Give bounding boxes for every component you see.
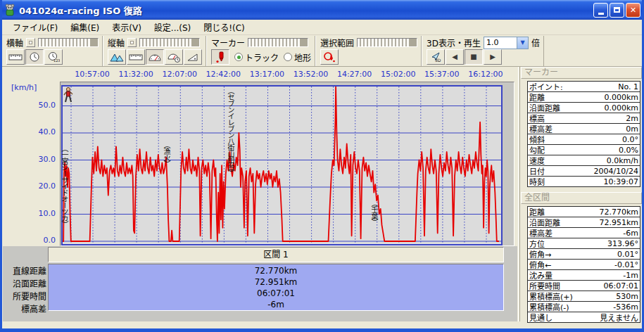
playback-label: 3D表示・再生 [427,37,481,49]
radio-terrain[interactable]: 地形 [284,51,311,63]
radio-track[interactable]: トラック [234,51,279,63]
table-row: 累積標高(-) -536m [527,302,640,312]
x-tick-label: 16:12:00 [468,70,503,79]
selection-pen-button[interactable] [320,49,339,65]
clock-icon [29,51,40,63]
row-label: 沿面距離 [529,102,560,113]
speedometer-clock-icon [167,52,181,63]
row-label: 俯角← [529,259,551,270]
vaxis-speed-time-button[interactable] [165,49,183,65]
marker-table: ポイント: No. 1 距離 0.000km 沿面距離 0.000km 標高 2… [527,81,640,187]
y-tick-label: 0.0 [23,236,56,245]
row-value: -6m [553,229,638,238]
vaxis-speed-button[interactable] [146,49,164,65]
haxis-distance-button[interactable] [6,49,25,65]
section-value: 06:07:01 [49,288,503,299]
menu-item[interactable]: 設定...(S) [148,20,197,34]
menu-item[interactable]: 閉じる!(C) [197,20,251,34]
stop-button[interactable]: ■ [465,49,483,65]
row-label: ポイント: [529,81,563,92]
marker-pen-button[interactable] [211,49,229,65]
section-row-label: 所要時間 [3,291,46,304]
title-bar[interactable]: 041024α-racing ISO 復路 ✕ [0,0,644,20]
table-row: 距離 0.000km [527,92,640,103]
app-window: 041024α-racing ISO 復路 ✕ ファイル(F)編集(E)表示(V… [0,0,644,332]
vaxis-distance-button[interactable] [127,49,145,65]
row-label: 日付 [529,165,545,177]
svg-text:3D: 3D [435,58,441,63]
maximize-button[interactable] [610,3,624,18]
selection-slider[interactable] [357,38,417,47]
table-row: 勾配 0.0% [527,145,640,155]
step-back-button[interactable]: ◀ [446,49,464,65]
row-label: 沿面距離 [529,217,560,228]
row-value: 0.0% [545,146,638,155]
table-row: 俯角← -0.01° [527,260,640,270]
y-tick-label: 10.0 [23,209,56,218]
playback-group: 3D表示・再生 1.0 ▼ 倍 3D ◀ ■ ▶ [422,36,544,66]
close-button[interactable]: ✕ [626,3,640,18]
row-label: 累積標高(-) [529,301,569,312]
selection-label: 選択範囲 [320,37,354,49]
table-row: 沿面距離 72.951km [527,217,640,228]
haxis-number-button[interactable]: 123 [44,49,63,65]
chart-annotation: （漁火） [163,141,170,167]
vaxis-mini-button[interactable] [127,38,137,47]
row-label: 俯角→ [529,248,551,260]
section-values: 72.770km72.951km06:07:01-6m [48,264,504,311]
table-row: 標高 2m [527,113,640,124]
menu-item[interactable]: 編集(E) [64,20,106,34]
speed-chart[interactable]: （一宮シーサイドオーツカ）（漁火）（セブンイレブン八街山田台）（千葉） [60,82,514,246]
select-pen-icon [323,51,336,63]
table-row: 方位 313.96° [527,238,640,249]
section-box: 区間 1 72.770km72.951km06:07:01-6m [48,247,504,311]
table-row: 見通し 見えません [527,312,640,323]
table-row: 傾斜 0.0° [527,134,640,145]
ruler-icon [129,53,143,61]
haxis-mini-button[interactable] [26,38,35,47]
stop-icon: ■ [470,53,476,60]
menu-item[interactable]: ファイル(F) [6,20,64,34]
chart-annotation: （セブンイレブン八街山田台） [227,87,234,176]
vaxis-slope-button[interactable] [184,49,202,65]
play-button[interactable]: ▶ [484,49,502,65]
row-label: 所要時間 [529,280,560,291]
vaxis-elevation-button[interactable] [108,49,126,65]
playback-speed-select[interactable]: 1.0 ▼ [484,37,529,49]
chevron-down-icon[interactable]: ▼ [517,37,528,49]
panel-divider[interactable] [518,67,520,321]
haxis-zoom-slider[interactable] [38,38,99,47]
haxis-time-button[interactable] [25,49,44,65]
marker-hiker-icon[interactable] [63,87,74,105]
svg-text:123: 123 [53,58,60,63]
chart-annotation: （千葉） [370,200,377,225]
table-row: 標高差 -6m [527,228,640,238]
row-value: No. 1 [563,82,638,91]
3d-arrow-icon: 3D [429,51,442,63]
minimize-button[interactable] [593,3,608,18]
plot-area[interactable]: （一宮シーサイドオーツカ）（漁火）（セブンイレブン八街山田台）（千葉） [61,85,503,245]
3d-view-button[interactable]: 3D [427,49,445,65]
marker-panel-header: マーカー [521,67,642,79]
section-header: 区間 1 [48,247,504,262]
vaxis-zoom-slider[interactable] [139,38,200,47]
row-label: 勾配 [529,144,545,155]
x-axis-labels: 10:57:0011:32:0012:07:0012:42:0013:17:00… [62,70,503,79]
total-panel-header: 全区間 [521,192,642,204]
row-value: 530m [573,292,638,301]
marker-group: マーカー トラック 地形 [206,36,315,66]
row-label: 標高差 [529,227,553,238]
row-value: 06:07:01 [560,281,638,290]
x-tick-label: 13:52:00 [293,70,328,79]
menu-bar: ファイル(F)編集(E)表示(V)設定...(S)閉じる!(C) [2,20,642,35]
row-value: 0.0° [545,135,638,144]
menu-item[interactable]: 表示(V) [106,20,148,34]
play-icon: ▶ [490,53,495,60]
table-row: 所要時間 06:07:01 [527,281,640,291]
row-value: -1m [553,271,638,280]
row-value: 0.000km [545,93,638,102]
marker-slider[interactable] [248,38,308,47]
x-tick-label: 15:02:00 [381,70,415,79]
table-row: 沿面距離 0.000km [527,103,640,113]
haxis-label: 横軸 [6,37,23,49]
